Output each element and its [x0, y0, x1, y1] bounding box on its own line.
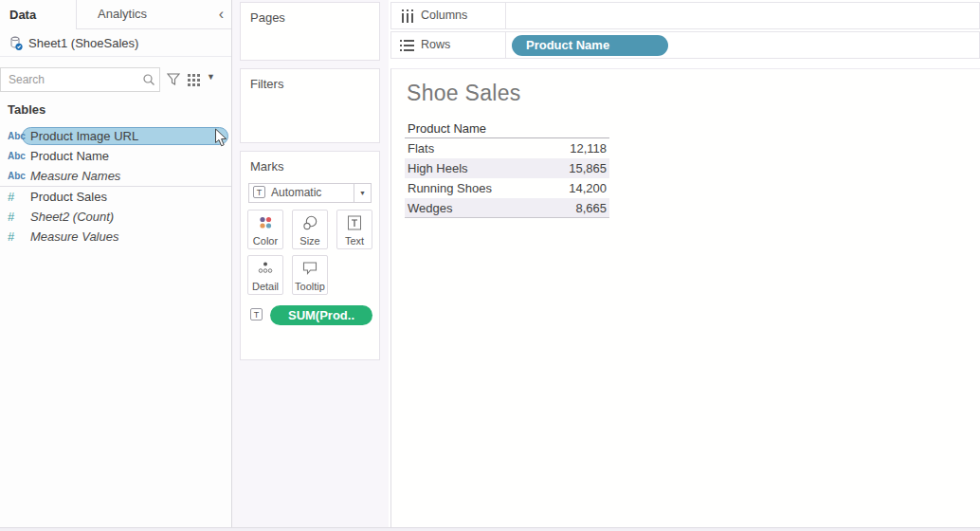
columns-shelf[interactable]: Columns — [390, 2, 980, 29]
field-label: Measure Names — [30, 166, 120, 186]
tab-analytics[interactable]: Analytics ‹ — [76, 0, 231, 29]
mark-type-value: Automatic — [271, 184, 321, 202]
measure-hash-icon: # — [8, 207, 28, 227]
tables-section-label: Tables — [8, 102, 45, 117]
dimension-abc-icon: Abc — [8, 126, 28, 146]
detail-button[interactable]: Detail — [247, 255, 283, 295]
shelf-divider — [505, 3, 506, 28]
tooltip-button[interactable]: Tooltip — [292, 255, 328, 295]
cell-value: 14,200 — [569, 178, 607, 198]
text-encoding-icon: T — [250, 308, 263, 320]
field-label: Product Sales — [30, 187, 107, 207]
columns-shelf-label: Columns — [421, 3, 467, 28]
table-row[interactable]: High Heels 15,865 — [405, 158, 609, 178]
marks-card: Marks T Automatic ▼ Color — [240, 151, 380, 360]
mouse-cursor — [214, 128, 228, 148]
row-header: High Heels — [408, 158, 468, 178]
chevron-down-icon[interactable]: ▼ — [354, 184, 371, 202]
row-header: Wedges — [408, 198, 452, 218]
worksheet-area: Columns Rows Product Name Shoe Sales Pro… — [389, 0, 980, 527]
color-button-label: Color — [248, 235, 282, 247]
text-table: Product Name Flats 12,118 High Heels 15,… — [405, 119, 609, 218]
field-sheet2-count[interactable]: # Sheet2 (Count) — [0, 207, 231, 227]
table-row[interactable]: Wedges 8,665 — [405, 198, 609, 218]
cell-value: 12,118 — [570, 138, 607, 158]
filters-shelf[interactable]: Filters — [240, 68, 380, 143]
search-row: ▼ — [0, 67, 231, 93]
tooltip-bubble-icon — [301, 260, 318, 277]
rows-shelf[interactable]: Rows Product Name — [390, 31, 980, 59]
measure-hash-icon: # — [8, 227, 28, 247]
measure-hash-icon: # — [8, 187, 28, 207]
size-button[interactable]: Size — [292, 210, 328, 249]
color-dots-icon — [257, 214, 274, 231]
datasource-row[interactable]: Sheet1 (ShoeSales) — [0, 29, 231, 57]
tab-data[interactable]: Data — [0, 0, 76, 29]
color-button[interactable]: Color — [247, 210, 283, 249]
table-row[interactable]: Flats 12,118 — [405, 138, 609, 158]
collapse-pane-icon[interactable]: ‹ — [219, 0, 224, 29]
data-pane: Data Analytics ‹ Sheet1 (ShoeSales) — [0, 0, 232, 527]
field-measure-names[interactable]: Abc Measure Names — [0, 166, 231, 186]
window-bottom-edge — [0, 527, 980, 531]
text-button-label: Text — [337, 235, 372, 247]
field-product-image-url[interactable]: Abc Product Image URL — [0, 126, 231, 146]
columns-icon — [400, 9, 415, 23]
pages-shelf[interactable]: Pages — [240, 2, 380, 61]
dimension-pill-product-name[interactable]: Product Name — [512, 35, 668, 56]
field-label: Product Name — [30, 146, 109, 166]
pages-shelf-label: Pages — [250, 10, 285, 25]
rows-icon — [400, 39, 415, 52]
table-column-header[interactable]: Product Name — [405, 119, 609, 138]
viz-canvas: Shoe Sales Product Name Flats 12,118 Hig… — [390, 68, 980, 527]
row-header: Running Shoes — [408, 178, 492, 198]
cell-value: 8,665 — [575, 198, 607, 218]
pane-tabs: Data Analytics ‹ — [0, 0, 231, 29]
view-as-icon[interactable] — [188, 74, 202, 86]
field-list: Abc Product Image URL Abc Product Name A… — [0, 126, 231, 247]
text-button[interactable]: Text — [336, 210, 372, 249]
text-mark-icon: T — [253, 186, 265, 198]
tableau-workspace: Data Analytics ‹ Sheet1 (ShoeSales) — [0, 0, 980, 531]
shelf-divider — [505, 32, 506, 58]
table-row[interactable]: Running Shoes 14,200 — [405, 178, 609, 198]
mark-type-dropdown[interactable]: T Automatic ▼ — [248, 183, 372, 203]
dimension-abc-icon: Abc — [8, 166, 28, 186]
search-icon — [142, 73, 155, 86]
cell-value: 15,865 — [569, 158, 607, 178]
tab-analytics-label: Analytics — [98, 7, 147, 21]
shelf-card-panel: Pages Filters Marks T Automatic ▼ Color — [232, 0, 389, 527]
row-header: Flats — [408, 138, 434, 158]
rows-shelf-label: Rows — [421, 32, 450, 58]
dimension-abc-icon: Abc — [8, 146, 28, 166]
database-icon — [8, 35, 25, 52]
size-circles-icon — [301, 214, 318, 231]
tooltip-button-label: Tooltip — [293, 281, 327, 292]
size-button-label: Size — [293, 235, 327, 247]
view-as-caret-icon[interactable]: ▼ — [207, 72, 215, 82]
search-input[interactable] — [0, 67, 160, 92]
marks-card-label: Marks — [250, 159, 283, 174]
field-product-name[interactable]: Abc Product Name — [0, 146, 231, 166]
detail-dots-icon — [257, 260, 274, 277]
field-label: Sheet2 (Count) — [30, 207, 114, 227]
sheet-title: Shoe Sales — [407, 81, 521, 106]
field-product-sales[interactable]: # Product Sales — [0, 187, 231, 207]
datasource-name: Sheet1 (ShoeSales) — [28, 29, 138, 57]
field-label: Product Image URL — [30, 126, 138, 146]
text-t-icon — [346, 214, 363, 231]
field-label: Measure Values — [30, 227, 118, 247]
filters-shelf-label: Filters — [250, 77, 283, 91]
field-measure-values[interactable]: # Measure Values — [0, 227, 231, 247]
detail-button-label: Detail — [248, 281, 282, 292]
filter-fields-icon[interactable] — [166, 72, 181, 87]
measure-pill-sum-product-sales[interactable]: SUM(Prod.. — [270, 305, 372, 325]
